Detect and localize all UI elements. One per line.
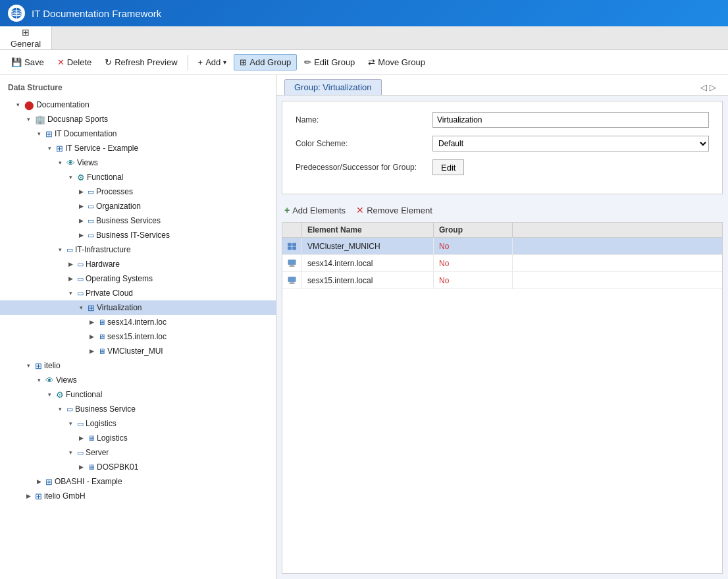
toggle-it-infra[interactable]: ▾: [55, 245, 65, 254]
table-row-sesx14[interactable]: sesx14.intern.local No: [282, 255, 722, 272]
tree-row-it-doc[interactable]: ▾ ⊞ IT Documentation: [0, 126, 276, 141]
toggle-vmcluster[interactable]: ▶: [87, 346, 96, 356]
toggle-itelio-gmbh[interactable]: ▶: [24, 491, 33, 501]
tree-row-business-it-services[interactable]: ▶ ▭ Business IT-Services: [0, 228, 276, 242]
toggle-bits[interactable]: ▶: [76, 231, 86, 240]
tree-row-hardware[interactable]: ▶ ▭ Hardware: [0, 257, 276, 271]
tree-row-server-group[interactable]: ▾ ▭ Server: [0, 445, 276, 460]
td-extra-2: [513, 255, 722, 271]
toggle-bs[interactable]: ▶: [76, 216, 86, 225]
docusnap-label: Docusnap Sports: [47, 115, 108, 124]
toggle-virt[interactable]: ▾: [76, 303, 86, 312]
toggle-bs1[interactable]: ▾: [55, 404, 65, 414]
toggle-docusnap[interactable]: ▾: [24, 115, 33, 124]
delete-button[interactable]: ✕ Delete: [51, 54, 98, 70]
color-scheme-select[interactable]: Default Blue Red Green: [432, 136, 709, 152]
predecessor-edit-label: Edit: [441, 163, 455, 173]
tree-row-logistics-item[interactable]: ▶ 🖥 Logistics: [0, 431, 276, 445]
predecessor-edit-button[interactable]: Edit: [432, 159, 464, 175]
docusnap-icon: 🏢: [35, 115, 45, 124]
toggle-os[interactable]: ▶: [66, 274, 75, 283]
tree-row-itelio[interactable]: ▾ ⊞ itelio: [0, 358, 276, 373]
add-elements-plus-icon: +: [284, 205, 290, 215]
refresh-preview-button[interactable]: ↻ Refresh Preview: [99, 54, 183, 70]
tree-row-os[interactable]: ▶ ▭ Operating Systems: [0, 271, 276, 286]
tree-row-private-cloud[interactable]: ▾ ▭ Private Cloud: [0, 286, 276, 300]
collapse-button[interactable]: ◁ ▷: [696, 80, 720, 95]
obashi-icon: ⊞: [45, 477, 53, 487]
toggle-processes[interactable]: ▶: [76, 187, 86, 196]
add-icon: +: [198, 57, 203, 67]
tree-row-views-1[interactable]: ▾ 👁 Views: [0, 155, 276, 170]
toggle-obashi[interactable]: ▶: [34, 477, 43, 486]
tree-row-business-service-1[interactable]: ▾ ▭ Business Service: [0, 402, 276, 416]
svg-rect-9: [288, 260, 296, 264]
toggle-it-doc[interactable]: ▾: [34, 129, 43, 138]
toggle-itelio[interactable]: ▾: [24, 361, 33, 370]
bs-icon: ▭: [88, 217, 94, 225]
toggle-it-service[interactable]: ▾: [45, 144, 54, 153]
edit-group-button[interactable]: ✏ Edit Group: [298, 54, 361, 70]
toggle-org[interactable]: ▶: [76, 202, 86, 211]
td-icon-1: [282, 238, 302, 254]
toolbar-sep-1: [188, 55, 188, 70]
tree-row-functional-2[interactable]: ▾ ⚙ Functional: [0, 387, 276, 402]
toggle-pc[interactable]: ▾: [66, 289, 75, 298]
tree-row-views-2[interactable]: ▾ 👁 Views: [0, 373, 276, 387]
tree-row-dospbk01[interactable]: ▶ 🖥 DOSPBK01: [0, 460, 276, 474]
tree-row-logistics-group[interactable]: ▾ ▭ Logistics: [0, 416, 276, 431]
toggle-dospbk01[interactable]: ▶: [76, 462, 86, 472]
tree-row-vmcluster[interactable]: ▶ 🖥 VMCluster_MUI: [0, 344, 276, 358]
td-name-2: sesx14.intern.local: [302, 255, 434, 271]
tree-row-virtualization[interactable]: ▾ ⊞ Virtualization: [0, 300, 276, 315]
tree-row-documentation[interactable]: ▾ ⬤ Documentation: [0, 97, 276, 112]
toggle-views-1[interactable]: ▾: [55, 158, 65, 167]
tree-row-business-services[interactable]: ▶ ▭ Business Services: [0, 213, 276, 228]
it-doc-icon: ⊞: [45, 129, 53, 139]
add-button[interactable]: + Add ▾: [192, 54, 233, 70]
tree-row-organization[interactable]: ▶ ▭ Organization: [0, 199, 276, 213]
table-row-sesx15[interactable]: sesx15.intern.local No: [282, 272, 722, 289]
th-extra: [513, 223, 722, 237]
save-icon: 💾: [11, 57, 22, 67]
toggle-server-grp[interactable]: ▾: [66, 448, 75, 457]
toggle-sesx15[interactable]: ▶: [87, 332, 96, 341]
add-group-button[interactable]: ⊞ Add Group: [234, 54, 297, 70]
main-layout: Data Structure ▾ ⬤ Documentation ▾ 🏢 Doc…: [0, 75, 728, 579]
toggle-hw[interactable]: ▶: [66, 260, 75, 269]
save-button[interactable]: 💾 Save: [5, 54, 50, 70]
td-name-3: sesx15.intern.local: [302, 272, 434, 289]
tree-row-sesx14[interactable]: ▶ 🖥 sesx14.intern.loc: [0, 315, 276, 329]
tab-general-label: General: [11, 39, 41, 49]
tree-row-docusnap-sports[interactable]: ▾ 🏢 Docusnap Sports: [0, 112, 276, 126]
tree-row-itelio-gmbh[interactable]: ▶ ⊞ itelio GmbH: [0, 489, 276, 503]
add-dropdown-icon: ▾: [223, 59, 226, 66]
virt-icon: ⊞: [88, 303, 95, 313]
add-elements-button[interactable]: + Add Elements: [282, 204, 348, 217]
general-tab-icon: ⊞: [22, 27, 30, 38]
toggle-functional-1[interactable]: ▾: [66, 173, 75, 182]
toggle-sesx14[interactable]: ▶: [87, 317, 96, 327]
tree-row-sesx15[interactable]: ▶ 🖥 sesx15.intern.loc: [0, 329, 276, 344]
toggle-functional-2[interactable]: ▾: [45, 390, 54, 399]
add-group-label: Add Group: [249, 57, 291, 67]
tab-general[interactable]: ⊞ General: [0, 26, 52, 49]
toggle-documentation[interactable]: ▾: [13, 100, 22, 109]
svg-rect-7: [288, 246, 292, 249]
tree-row-processes[interactable]: ▶ ▭ Processes: [0, 184, 276, 199]
name-input[interactable]: [432, 112, 709, 128]
delete-icon: ✕: [57, 57, 65, 67]
server-grp-icon: ▭: [77, 449, 84, 457]
tree-row-functional-1[interactable]: ▾ ⚙ Functional: [0, 170, 276, 184]
table-row-vmcluster[interactable]: VMCluster_MUNICH No: [282, 238, 722, 255]
tree-row-obashi[interactable]: ▶ ⊞ OBASHI - Example: [0, 474, 276, 489]
move-group-button[interactable]: ⇄ Move Group: [362, 54, 431, 70]
toggle-logistics-grp[interactable]: ▾: [66, 419, 75, 428]
remove-element-button[interactable]: ✕ Remove Element: [353, 204, 435, 217]
toggle-logistics-item[interactable]: ▶: [76, 433, 86, 443]
tree-row-it-service[interactable]: ▾ ⊞ IT Service - Example: [0, 141, 276, 155]
processes-icon: ▭: [88, 188, 94, 196]
toggle-views-2[interactable]: ▾: [34, 375, 43, 385]
group-tab[interactable]: Group: Virtualization: [284, 79, 382, 95]
tree-row-it-infra[interactable]: ▾ ▭ IT-Infrastructure: [0, 242, 276, 257]
